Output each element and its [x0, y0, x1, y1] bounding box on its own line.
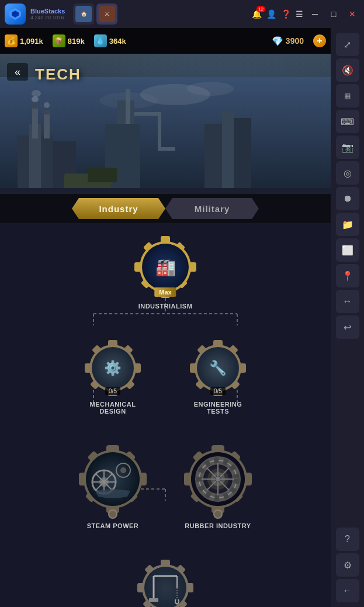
- right-sidebar: ⤢ 🔇 ▦ ⌨ 📷 ◎ ⏺ 📁 ⬜ 📍 ↔ ↩ ? ⚙ ←: [331, 28, 364, 607]
- bs-version: 4.240.20.1016: [30, 15, 65, 20]
- food-icon: 📦: [53, 34, 65, 47]
- industrialism-icon: 🏭: [155, 258, 176, 277]
- help-sidebar-button[interactable]: ?: [336, 528, 359, 551]
- notification-icon[interactable]: 🔔 12: [252, 9, 262, 19]
- rubber-industry-frame: [183, 444, 253, 514]
- engineering-tests-icon: 🔧: [209, 360, 227, 376]
- diamond-resource: 💎 3900: [272, 36, 304, 47]
- node-engineering-tests[interactable]: 🔧 0/5 ENGINEERING TESTS: [183, 339, 253, 415]
- node-cranes[interactable]: 0/5 CRANES: [136, 559, 195, 607]
- svg-point-12: [42, 110, 51, 115]
- tier-1-row: ⚙️ 0/5 MECHANICAL DESIGN: [6, 339, 325, 415]
- bs-tab-home[interactable]: 🏠: [73, 4, 94, 25]
- fullscreen-button[interactable]: ⤢: [336, 33, 359, 56]
- industrialism-frame: 🏭 Max: [133, 235, 197, 299]
- svg-rect-21: [158, 147, 175, 151]
- add-diamond-button[interactable]: +: [313, 34, 326, 47]
- svg-rect-19: [134, 112, 158, 116]
- location-button[interactable]: 📍: [336, 264, 359, 287]
- tab-military-label: Military: [195, 204, 230, 214]
- svg-point-89: [120, 467, 126, 473]
- svg-point-15: [44, 102, 50, 108]
- food-value: 819k: [68, 37, 85, 46]
- notification-badge: 12: [256, 6, 265, 12]
- svg-rect-23: [222, 112, 234, 194]
- shake-button[interactable]: ↔: [336, 290, 359, 313]
- steam-power-frame: [78, 444, 148, 514]
- tier-2-row: STEAM POWER: [6, 444, 325, 529]
- bs-brand: BlueStacks: [30, 8, 65, 15]
- gold-icon: 💰: [5, 34, 18, 47]
- engineering-tests-level: 0/5: [210, 387, 226, 395]
- node-steam-power[interactable]: STEAM POWER: [78, 444, 148, 529]
- oil-resource: 💧 364k: [94, 34, 126, 47]
- help-icon[interactable]: ❓: [281, 9, 291, 19]
- mechanical-design-frame: ⚙️ 0/5: [84, 339, 142, 397]
- bs-window-controls: 🔔 12 👤 ❓ ☰ ─ □ ✕: [252, 7, 359, 21]
- svg-rect-20: [158, 112, 161, 147]
- tab-industry-label: Industry: [99, 204, 138, 214]
- tab-military[interactable]: Military: [165, 198, 259, 219]
- files-button[interactable]: 📁: [336, 213, 359, 236]
- svg-rect-10: [44, 112, 50, 138]
- keyboard-button[interactable]: ⌨: [336, 110, 359, 133]
- bluestacks-logo: [5, 4, 26, 25]
- menu-icon[interactable]: ☰: [296, 9, 303, 19]
- diamond-value: 3900: [286, 36, 304, 46]
- svg-rect-9: [32, 106, 38, 138]
- node-industrialism[interactable]: 🏭 Max INDUSTRIALISM: [133, 235, 197, 310]
- svg-point-14: [32, 90, 41, 97]
- tab-bar: Industry Military: [0, 194, 331, 223]
- target-button[interactable]: ◎: [336, 161, 359, 185]
- oil-value: 364k: [109, 37, 126, 46]
- svg-rect-24: [234, 118, 251, 194]
- svg-rect-26: [88, 168, 117, 182]
- tech-tree: 🏭 Max INDUSTRIALISM: [0, 223, 331, 607]
- svg-rect-124: [149, 598, 158, 602]
- bs-tab-wa[interactable]: ⚔: [96, 4, 117, 25]
- industrialism-label: INDUSTRIALISM: [138, 303, 193, 310]
- close-button[interactable]: ✕: [345, 7, 359, 21]
- layout-button[interactable]: ▦: [336, 84, 359, 107]
- gold-value: 1,091k: [20, 37, 43, 46]
- banner-scene: [0, 77, 331, 194]
- gold-resource: 💰 1,091k: [5, 34, 43, 47]
- steam-gear-row: [108, 509, 117, 519]
- svg-point-4: [187, 82, 234, 96]
- node-mechanical-design[interactable]: ⚙️ 0/5 MECHANICAL DESIGN: [78, 339, 148, 415]
- svg-rect-31: [0, 188, 331, 194]
- svg-point-13: [32, 96, 39, 102]
- minimize-button[interactable]: ─: [308, 7, 322, 21]
- screenshot-button[interactable]: 📷: [336, 136, 359, 159]
- rubber-industry-label: RUBBER INDUSTRY: [185, 522, 251, 529]
- mechanical-design-level: 0/5: [105, 387, 120, 395]
- copy-button[interactable]: ⬜: [336, 238, 359, 262]
- node-rubber-industry[interactable]: RUBBER INDUSTRY: [183, 444, 253, 529]
- page-title: TECH: [35, 65, 81, 84]
- tab-industry[interactable]: Industry: [72, 198, 165, 219]
- engineering-tests-label: ENGINEERING TESTS: [183, 401, 253, 415]
- bluestacks-toolbar: BlueStacks 4.240.20.1016 🏠 ⚔ 🔔 12 👤 ❓ ☰ …: [0, 0, 364, 28]
- oil-icon: 💧: [94, 34, 107, 47]
- engineering-tests-frame: 🔧 0/5: [189, 339, 247, 397]
- food-resource: 📦 819k: [53, 34, 85, 47]
- profile-icon[interactable]: 👤: [266, 9, 276, 19]
- back-icon: «: [15, 66, 20, 78]
- rubber-gear-row: [213, 509, 223, 519]
- tech-banner: « TECH: [0, 54, 331, 194]
- maximize-button[interactable]: □: [327, 7, 341, 21]
- rotate-button[interactable]: ↩: [336, 315, 359, 339]
- svg-point-11: [30, 104, 40, 109]
- settings-sidebar-button[interactable]: ⚙: [336, 553, 359, 577]
- back-button[interactable]: «: [7, 63, 28, 81]
- back-sidebar-button[interactable]: ←: [336, 579, 359, 602]
- bs-tab-list: 🏠 ⚔: [73, 4, 117, 25]
- mute-button[interactable]: 🔇: [336, 58, 359, 82]
- record-button[interactable]: ⏺: [336, 187, 359, 210]
- cranes-frame: 0/5: [136, 559, 195, 607]
- mechanical-design-label: MECHANICAL DESIGN: [78, 401, 148, 415]
- resource-bar: 💰 1,091k 📦 819k 💧 364k 💎 3900 +: [0, 28, 331, 54]
- mechanical-design-icon: ⚙️: [104, 360, 122, 376]
- steam-power-label: STEAM POWER: [87, 522, 139, 529]
- game-area: 💰 1,091k 📦 819k 💧 364k 💎 3900 +: [0, 28, 331, 607]
